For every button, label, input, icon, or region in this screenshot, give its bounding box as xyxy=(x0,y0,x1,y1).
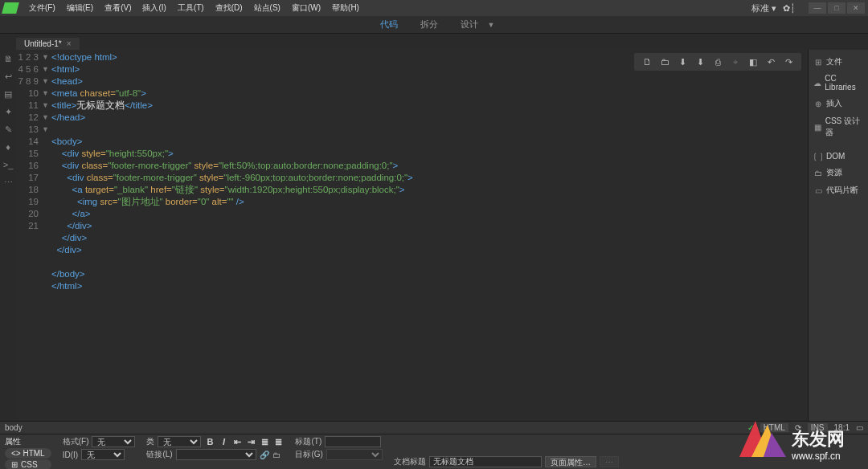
print-icon[interactable]: ⎙ xyxy=(711,55,724,68)
insert-icon: ⊕ xyxy=(813,99,823,108)
props-css-inspector[interactable]: ⊞CSS xyxy=(5,459,51,469)
view-design-button[interactable]: 设计 xyxy=(454,17,485,32)
minimize-button[interactable]: — xyxy=(809,2,826,14)
menu-insert[interactable]: 插入(I) xyxy=(137,1,170,15)
tab-close-icon[interactable]: × xyxy=(67,39,72,48)
menu-find[interactable]: 查找(D) xyxy=(211,1,248,15)
status-cursor-pos: 18:1 xyxy=(834,423,850,432)
dom-icon: ❲❳ xyxy=(813,151,823,161)
files-icon: ⊞ xyxy=(813,57,823,67)
italic-button[interactable]: I xyxy=(218,436,229,447)
assets-icon: 🗀 xyxy=(813,168,823,177)
menu-window[interactable]: 窗口(W) xyxy=(287,1,326,15)
panel-css[interactable]: ▦CSS 设计器 xyxy=(809,112,868,141)
redo-icon[interactable]: ↷ xyxy=(782,55,795,68)
cloud-icon: ☁ xyxy=(813,78,821,88)
props-link-select[interactable] xyxy=(176,449,256,460)
panel-assets[interactable]: 🗀资源 xyxy=(809,164,868,181)
props-class-label: 类 xyxy=(146,436,154,447)
wrap-icon[interactable]: ↩ xyxy=(2,71,14,82)
status-bar: body ✓ HTML ⟳ INS 18:1 ▭ xyxy=(0,421,868,434)
new-file-icon[interactable]: 🗋 xyxy=(641,55,653,68)
maximize-button[interactable]: □ xyxy=(828,2,845,14)
ol-button[interactable]: ≣ xyxy=(272,436,284,447)
app-logo-icon xyxy=(2,2,19,14)
link-browse-icon[interactable]: 🗀 xyxy=(272,451,280,459)
menu-site[interactable]: 站点(S) xyxy=(249,1,285,15)
props-link-label: 链接(L) xyxy=(146,449,172,460)
props-class-select[interactable]: 无 xyxy=(158,436,201,447)
code-editor[interactable]: 1 2 3 4 5 6 7 8 9 10 11 12 13 14 15 16 1… xyxy=(16,50,808,421)
props-id-label: ID(I) xyxy=(63,451,78,459)
view-switch-bar: 代码 拆分 设计 ▼ xyxy=(0,16,868,34)
props-target-label: 目标(G) xyxy=(295,449,322,460)
css-icon: ▦ xyxy=(813,122,822,132)
panel-insert[interactable]: ⊕插入 xyxy=(809,95,868,112)
menu-tools[interactable]: 工具(T) xyxy=(173,1,209,15)
status-sync-icon[interactable]: ⟳ xyxy=(795,423,801,432)
panel-cclibraries[interactable]: ☁CC Libraries xyxy=(809,71,868,95)
menu-help[interactable]: 帮助(H) xyxy=(327,1,364,15)
props-format-label: 格式(F) xyxy=(63,436,89,447)
status-overflow-icon[interactable]: ▭ xyxy=(856,423,863,432)
save-icon[interactable]: ⬇ xyxy=(676,55,689,68)
view-code-button[interactable]: 代码 xyxy=(374,17,404,32)
more-icon[interactable]: ⋯ xyxy=(2,177,14,188)
document-tab[interactable]: Untitled-1* × xyxy=(16,38,80,50)
indent-left-button[interactable]: ⇤ xyxy=(231,436,243,447)
format-icon[interactable]: ▤ xyxy=(2,88,14,100)
undo-icon[interactable]: ↶ xyxy=(764,55,777,68)
workspace-dropdown[interactable]: 标准 ▾ xyxy=(751,2,776,14)
props-doctitle-label: 文档标题 xyxy=(394,456,426,467)
indent-right-button[interactable]: ⇥ xyxy=(245,436,256,447)
props-title-label: 标题(T) xyxy=(295,436,321,447)
bold-button[interactable]: B xyxy=(204,436,215,447)
drop-icon[interactable]: ♦ xyxy=(2,141,14,153)
status-html-button[interactable]: HTML xyxy=(760,423,788,432)
breadcrumb-body[interactable]: body xyxy=(5,423,23,432)
props-target-select xyxy=(326,449,383,460)
snippets-icon: ▭ xyxy=(813,186,823,195)
props-html-inspector[interactable]: <> HTML xyxy=(5,448,51,459)
file-icon[interactable]: 🗎 xyxy=(2,53,14,64)
link-chain-icon[interactable]: 🔗 xyxy=(260,451,269,459)
props-id-select[interactable]: 无 xyxy=(81,449,125,460)
ul-button[interactable]: ≣ xyxy=(259,436,270,447)
terminal-icon[interactable]: >_ xyxy=(2,159,14,170)
close-button[interactable]: ✕ xyxy=(847,2,865,14)
tag-icon[interactable]: ✦ xyxy=(2,106,14,117)
tab-label: Untitled-1* xyxy=(24,39,62,48)
save-all-icon[interactable]: ⬇ xyxy=(694,55,706,68)
menu-view[interactable]: 查看(V) xyxy=(100,1,136,15)
left-toolbar: 🗎 ↩ ▤ ✦ ✎ ♦ >_ ⋯ xyxy=(0,50,16,421)
panel-snippets[interactable]: ▭代码片断 xyxy=(809,181,868,199)
menu-edit[interactable]: 编辑(E) xyxy=(62,1,98,15)
settings-gear-icon[interactable]: ✿┆ xyxy=(783,3,796,14)
inspect-icon: ⌖ xyxy=(729,55,742,68)
props-format-select[interactable]: 无 xyxy=(92,436,135,447)
props-heading: 属性 xyxy=(5,436,51,447)
preview-icon[interactable]: ◧ xyxy=(747,55,760,68)
chevron-down-icon[interactable]: ▼ xyxy=(488,21,495,29)
editor-toolbar: 🗋 🗀 ⬇ ⬇ ⎙ ⌖ ◧ ↶ ↷ xyxy=(634,53,801,71)
status-ins-button[interactable]: INS xyxy=(808,423,828,432)
right-panels: ⊞文件 ☁CC Libraries ⊕插入 ▦CSS 设计器 ❲❳DOM 🗀资源… xyxy=(808,50,868,421)
view-split-button[interactable]: 拆分 xyxy=(414,17,444,32)
menu-file[interactable]: 文件(F) xyxy=(24,1,60,15)
list-props-button: ⋯ xyxy=(600,456,619,467)
props-title-input[interactable] xyxy=(325,436,381,447)
panel-files[interactable]: ⊞文件 xyxy=(809,53,868,71)
page-properties-button[interactable]: 页面属性… xyxy=(545,456,596,467)
status-check-icon[interactable]: ✓ xyxy=(747,423,754,432)
open-folder-icon[interactable]: 🗀 xyxy=(658,55,671,68)
properties-panel: 属性 <> HTML ⊞CSS 格式(F) 无 ID(I) 无 类 无 B I … xyxy=(0,434,868,469)
brush-icon[interactable]: ✎ xyxy=(2,124,14,135)
panel-dom[interactable]: ❲❳DOM xyxy=(809,148,868,164)
menubar: 文件(F) 编辑(E) 查看(V) 插入(I) 工具(T) 查找(D) 站点(S… xyxy=(0,0,868,16)
tab-bar: Untitled-1* × xyxy=(0,34,868,50)
props-doctitle-input[interactable] xyxy=(429,456,542,467)
